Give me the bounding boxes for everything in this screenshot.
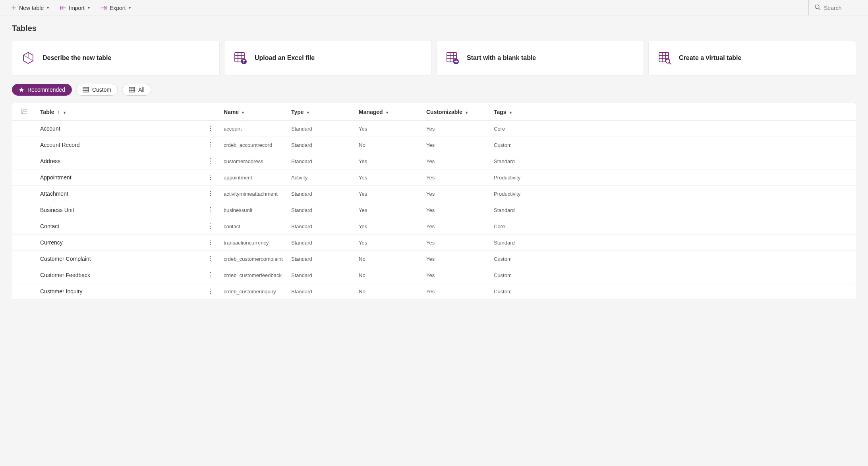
row-display-name[interactable]: Contact (36, 218, 203, 235)
row-type: Standard (287, 137, 355, 153)
column-header-name[interactable]: Name ▾ (220, 103, 287, 121)
row-display-name[interactable]: Business Unit (36, 202, 203, 218)
cards-row: Describe the new table Upload an Excel f… (0, 40, 868, 84)
export-button[interactable]: Export ▾ (98, 3, 134, 13)
column-label: Table (40, 109, 54, 115)
more-actions-button[interactable]: ⋮ (207, 191, 214, 197)
chevron-down-icon: ▾ (466, 110, 468, 115)
row-more-cell: ⋮ (203, 186, 220, 202)
export-icon (101, 5, 107, 11)
column-header-table[interactable]: Table ↑ ▾ (36, 103, 203, 121)
import-icon (60, 5, 66, 11)
row-tags: Standard (490, 153, 856, 169)
row-display-name[interactable]: Customer Inquiry (36, 283, 203, 300)
row-display-name[interactable]: Account Record (36, 137, 203, 153)
more-actions-button[interactable]: ⋮ (207, 125, 214, 132)
row-spacer (12, 153, 36, 169)
more-actions-button[interactable]: ⋮ (207, 207, 214, 213)
row-spacer (12, 267, 36, 283)
column-header-type[interactable]: Type ▾ (287, 103, 355, 121)
row-schema-name: crdeb_accountrecord (220, 137, 287, 153)
row-display-name[interactable]: Address (36, 153, 203, 169)
column-header-customizable[interactable]: Customizable ▾ (422, 103, 490, 121)
row-display-name[interactable]: Currency (36, 235, 203, 251)
table-row[interactable]: Address ⋮ customeraddress Standard Yes Y… (12, 153, 856, 169)
row-type: Standard (287, 251, 355, 267)
row-schema-name: crdeb_customerinquiry (220, 283, 287, 300)
filter-all[interactable]: All (122, 84, 151, 96)
row-managed: Yes (355, 202, 422, 218)
row-display-name[interactable]: Appointment (36, 169, 203, 186)
import-label: Import (69, 5, 85, 11)
row-managed: Yes (355, 121, 422, 137)
row-customizable: Yes (422, 121, 490, 137)
row-type: Standard (287, 267, 355, 283)
chevron-down-icon: ▾ (242, 110, 244, 115)
card-upload-excel[interactable]: Upload an Excel file (224, 40, 432, 76)
row-tags: Core (490, 218, 856, 235)
more-actions-button[interactable]: ⋮ (207, 239, 214, 246)
table-row[interactable]: Currency ⋮ transactioncurrency Standard … (12, 235, 856, 251)
filter-row: Recommended Custom All (0, 84, 868, 103)
row-schema-name: account (220, 121, 287, 137)
card-virtual-table[interactable]: Create a virtual table (648, 40, 856, 76)
column-header-managed[interactable]: Managed ▾ (355, 103, 422, 121)
card-describe-new-table[interactable]: Describe the new table (12, 40, 220, 76)
table-row[interactable]: Contact ⋮ contact Standard Yes Yes Core (12, 218, 856, 235)
table-row[interactable]: Customer Inquiry ⋮ crdeb_customerinquiry… (12, 283, 856, 300)
column-header-tags[interactable]: Tags ▾ (490, 103, 856, 121)
row-tags: Custom (490, 267, 856, 283)
row-customizable: Yes (422, 251, 490, 267)
row-managed: Yes (355, 153, 422, 169)
column-header-listview[interactable]: 123 (12, 103, 36, 121)
search-box[interactable] (808, 0, 860, 15)
more-actions-button[interactable]: ⋮ (207, 142, 214, 148)
row-customizable: Yes (422, 137, 490, 153)
row-schema-name: crdeb_customerfeedback (220, 267, 287, 283)
new-table-button[interactable]: New table ▾ (8, 3, 52, 13)
sort-ascending-icon: ↑ (57, 110, 60, 115)
row-schema-name: appointment (220, 169, 287, 186)
table-row[interactable]: Account ⋮ account Standard Yes Yes Core (12, 121, 856, 137)
page-title: Tables (12, 24, 856, 33)
row-display-name[interactable]: Account (36, 121, 203, 137)
more-actions-button[interactable]: ⋮ (207, 256, 214, 262)
more-actions-button[interactable]: ⋮ (207, 158, 214, 164)
table-row[interactable]: Appointment ⋮ appointment Activity Yes Y… (12, 169, 856, 186)
table-row[interactable]: Business Unit ⋮ businessunit Standard Ye… (12, 202, 856, 218)
more-actions-button[interactable]: ⋮ (207, 223, 214, 229)
more-actions-button[interactable]: ⋮ (207, 272, 214, 278)
table-row[interactable]: Account Record ⋮ crdeb_accountrecord Sta… (12, 137, 856, 153)
table-row[interactable]: Attachment ⋮ activitymimeattachment Stan… (12, 186, 856, 202)
row-managed: No (355, 137, 422, 153)
more-actions-button[interactable]: ⋮ (207, 288, 214, 295)
row-spacer (12, 283, 36, 300)
card-title: Create a virtual table (679, 54, 741, 62)
row-more-cell: ⋮ (203, 235, 220, 251)
filter-recommended[interactable]: Recommended (12, 84, 72, 96)
card-blank-table[interactable]: Start with a blank table (436, 40, 644, 76)
row-customizable: Yes (422, 283, 490, 300)
row-display-name[interactable]: Customer Feedback (36, 267, 203, 283)
row-tags: Custom (490, 283, 856, 300)
row-tags: Standard (490, 235, 856, 251)
filter-custom[interactable]: Custom (76, 84, 118, 96)
table-row[interactable]: Customer Complaint ⋮ crdeb_customercompl… (12, 251, 856, 267)
import-button[interactable]: Import ▾ (57, 3, 93, 13)
row-managed: Yes (355, 235, 422, 251)
chevron-down-icon: ▾ (64, 110, 66, 115)
row-managed: Yes (355, 169, 422, 186)
row-display-name[interactable]: Attachment (36, 186, 203, 202)
search-input[interactable] (824, 5, 856, 11)
column-label: Type (291, 109, 304, 115)
row-tags: Standard (490, 202, 856, 218)
row-display-name[interactable]: Customer Complaint (36, 251, 203, 267)
more-actions-button[interactable]: ⋮ (207, 174, 214, 181)
card-title: Describe the new table (43, 54, 111, 62)
row-tags: Core (490, 121, 856, 137)
row-more-cell: ⋮ (203, 267, 220, 283)
table-row[interactable]: Customer Feedback ⋮ crdeb_customerfeedba… (12, 267, 856, 283)
row-spacer (12, 218, 36, 235)
row-managed: No (355, 283, 422, 300)
new-table-label: New table (19, 5, 44, 11)
